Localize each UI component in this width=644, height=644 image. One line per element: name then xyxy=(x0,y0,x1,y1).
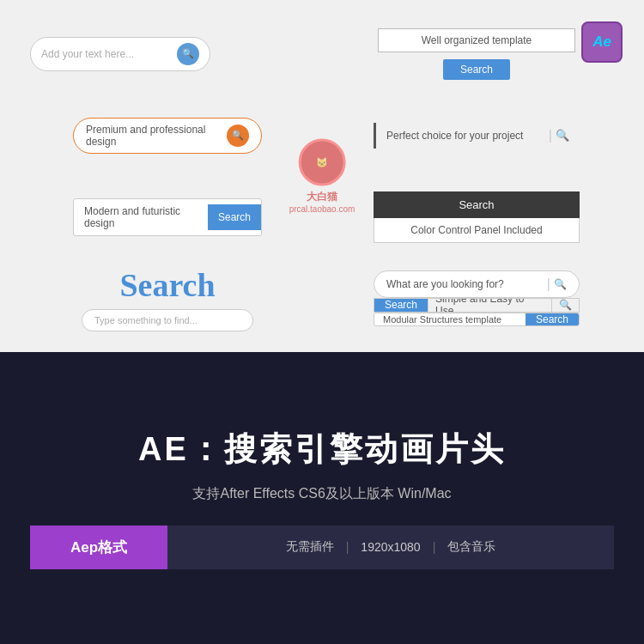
simple-text: Simple and Easy to Use xyxy=(428,298,552,313)
bottom-section: AE：搜索引擎动画片头 支持After Effects CS6及以上版本 Win… xyxy=(0,352,644,644)
cell-3: Premium and professional design 🔍 xyxy=(17,99,318,172)
sub-title: 支持After Effects CS6及以上版本 Win/Mac xyxy=(192,485,451,503)
dark-bar: Search xyxy=(374,191,580,218)
badge-no-plugin: 无需插件 xyxy=(286,539,334,555)
modular-btn[interactable]: Search xyxy=(526,313,579,327)
cell-right-row4: What are you looking for? | 🔍 Search Sim… xyxy=(326,262,627,335)
badge-divider-2: | xyxy=(433,540,436,554)
light-bar: Color Control Panel Included xyxy=(374,218,580,243)
search-placeholder-4: Perfect choice for your project xyxy=(386,130,545,142)
cell-1: Add your text here... 🔍 xyxy=(17,17,318,90)
search-btn-left[interactable]: Search xyxy=(374,298,428,313)
cell-6: Search Color Control Panel Included xyxy=(326,180,627,253)
top-section: Add your text here... 🔍 Well organized t… xyxy=(0,0,644,352)
search-placeholder-7: What are you looking for? xyxy=(386,278,544,290)
main-title: AE：搜索引擎动画片头 xyxy=(138,428,506,471)
search-icon-3[interactable]: 🔍 xyxy=(227,125,249,147)
big-search-placeholder: Type something to find... xyxy=(94,315,240,325)
search-placeholder-2: Well organized template xyxy=(391,34,562,46)
search-placeholder-1: Add your text here... xyxy=(41,48,172,60)
badge-row: Aep格式 无需插件 | 1920x1080 | 包含音乐 xyxy=(30,526,614,569)
search-icon-1[interactable]: 🔍 xyxy=(177,43,199,65)
modular-placeholder: Modular Structures template xyxy=(374,313,526,327)
search-placeholder-5: Modern and futuristic design xyxy=(74,199,208,235)
cell-big-search: Search Type something to find... xyxy=(17,262,318,335)
search-icon-4: | xyxy=(549,128,552,143)
cell-5: Modern and futuristic design Search xyxy=(17,180,318,253)
search-icon-8[interactable]: 🔍 xyxy=(552,299,579,311)
search-btn-5[interactable]: Search xyxy=(208,204,261,230)
ae-logo: Ae xyxy=(581,21,623,63)
pipe-icon: | xyxy=(547,276,550,292)
search-btn-2[interactable]: Search xyxy=(443,59,510,80)
badge-resolution: 1920x1080 xyxy=(361,540,420,554)
search-placeholder-3: Premium and professional design xyxy=(86,124,222,148)
ae-logo-text: Ae xyxy=(592,33,611,51)
search-magnify-4[interactable]: 🔍 xyxy=(556,129,569,142)
cell-2: Well organized template Search Ae xyxy=(326,17,627,90)
badge-right: 无需插件 | 1920x1080 | 包含音乐 xyxy=(167,526,614,569)
badge-left: Aep格式 xyxy=(30,526,167,569)
search-icon-7[interactable]: 🔍 xyxy=(554,278,567,290)
big-search-title: Search xyxy=(119,266,215,304)
badge-divider-1: | xyxy=(346,540,349,554)
cell-4: Perfect choice for your project | 🔍 xyxy=(326,99,627,172)
badge-music: 包含音乐 xyxy=(447,539,495,555)
